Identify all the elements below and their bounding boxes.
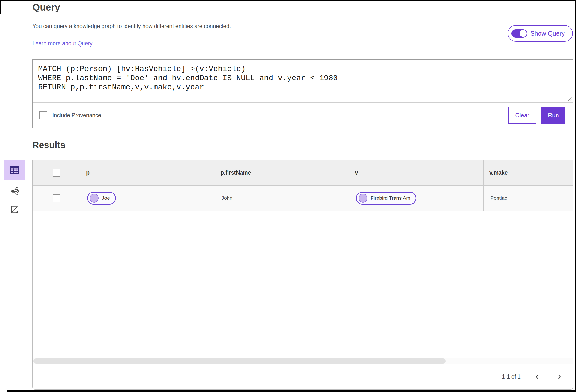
run-button[interactable]: Run: [542, 107, 565, 124]
cell-v: Firebird Trans Am: [349, 185, 483, 211]
entity-dot-icon: [359, 194, 368, 203]
chevron-right-icon: [556, 373, 563, 380]
show-query-toggle[interactable]: Show Query: [508, 25, 573, 41]
link-chart-icon: [10, 186, 19, 196]
screenshot-frame-left: [0, 0, 1, 14]
table-icon: [9, 165, 20, 175]
clear-button[interactable]: Clear: [508, 107, 536, 124]
screenshot-frame-top: [0, 0, 576, 1]
query-editor-footer: Include Provenance Clear Run: [33, 102, 573, 128]
entity-dot-icon: [90, 194, 99, 203]
horizontal-scrollbar-thumb[interactable]: [33, 358, 446, 364]
tool-map-view[interactable]: [7, 202, 22, 217]
query-code-input[interactable]: MATCH (p:Person)-[hv:HasVehicle]->(v:Veh…: [33, 60, 573, 102]
row-checkbox[interactable]: [53, 194, 60, 202]
header-select-all-cell: [33, 160, 80, 185]
results-heading: Results: [32, 140, 65, 150]
page-description: You can query a knowledge graph to ident…: [32, 23, 231, 30]
entity-chip-label: Joe: [102, 195, 110, 201]
previous-page-button[interactable]: [532, 372, 543, 382]
row-select-cell: [33, 185, 80, 211]
show-query-label: Show Query: [530, 30, 565, 37]
map-icon: [10, 205, 19, 214]
results-panel: p p.firstName v v.make Joe John Firebird…: [32, 160, 573, 390]
horizontal-scrollbar[interactable]: [33, 358, 573, 364]
screenshot-frame-bottom: [7, 390, 576, 392]
results-table: p p.firstName v v.make Joe John Firebird…: [33, 160, 573, 211]
column-header-p-firstname[interactable]: p.firstName: [215, 160, 349, 185]
include-provenance-checkbox[interactable]: [39, 111, 47, 119]
cell-p-firstname: John: [215, 185, 349, 211]
pagination-range-label: 1-1 of 1: [502, 373, 520, 380]
toggle-knob: [519, 30, 527, 37]
results-footer: 1-1 of 1: [33, 364, 573, 389]
cell-v-make: Pontiac: [483, 185, 573, 211]
screenshot-frame-right: [575, 0, 576, 392]
tool-link-chart-view[interactable]: [7, 184, 22, 199]
entity-chip-person[interactable]: Joe: [87, 192, 116, 205]
column-header-v[interactable]: v: [349, 160, 483, 185]
select-all-checkbox[interactable]: [53, 169, 60, 177]
toggle-switch-icon[interactable]: [512, 29, 527, 38]
query-code-area: MATCH (p:Person)-[hv:HasVehicle]->(v:Veh…: [33, 60, 573, 102]
column-header-p[interactable]: p: [80, 160, 215, 185]
page-title: Query: [32, 2, 60, 13]
tool-table-view[interactable]: [4, 160, 25, 180]
resize-grip-icon[interactable]: [567, 96, 572, 101]
next-page-button[interactable]: [554, 372, 565, 382]
learn-more-link[interactable]: Learn more about Query: [32, 40, 93, 47]
entity-chip-vehicle[interactable]: Firebird Trans Am: [356, 192, 416, 205]
entity-chip-label: Firebird Trans Am: [371, 195, 410, 201]
query-editor-panel: MATCH (p:Person)-[hv:HasVehicle]->(v:Veh…: [32, 59, 573, 128]
results-view-toolbar: [4, 160, 25, 217]
include-provenance-label: Include Provenance: [52, 112, 101, 119]
query-page: Query You can query a knowledge graph to…: [0, 0, 576, 392]
cell-p: Joe: [80, 185, 215, 211]
chevron-left-icon: [534, 373, 541, 380]
column-header-v-make[interactable]: v.make: [483, 160, 573, 185]
